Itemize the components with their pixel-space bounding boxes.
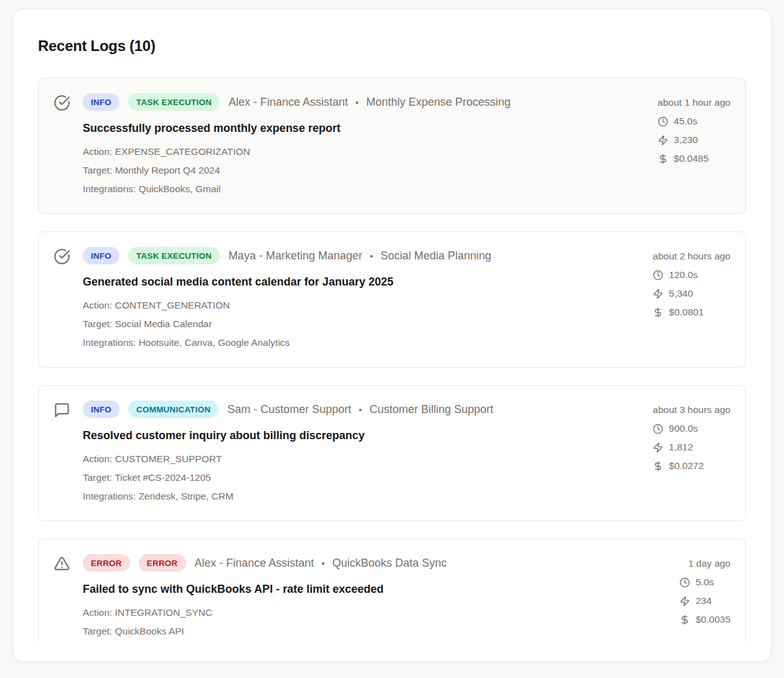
dollar-sign-icon: [653, 307, 663, 318]
clock-icon: [679, 577, 690, 588]
target-value: QuickBooks API: [115, 626, 184, 636]
tokens-stat: 5,340: [653, 284, 693, 303]
log-message: Failed to sync with QuickBooks API - rat…: [83, 582, 667, 597]
log-main: INFO TASK EXECUTION Alex - Finance Assis…: [83, 93, 645, 198]
timestamp: 1 day ago: [688, 554, 730, 573]
log-details: Action: CONTENT_GENERATION Target: Socia…: [83, 296, 640, 352]
integrations-row: Integrations: QuickBooks, Gmail: [83, 180, 645, 198]
recent-logs-panel: Recent Logs (10) INFO TASK EXECUTION Ale…: [12, 9, 772, 662]
type-badge: COMMUNICATION: [128, 401, 218, 418]
target-row: Target: QuickBooks API: [83, 622, 667, 641]
duration-stat: 120.0s: [653, 266, 698, 284]
action-row: Action: CONTENT_GENERATION: [83, 296, 640, 315]
log-header: INFO TASK EXECUTION Maya - Marketing Man…: [83, 247, 640, 264]
message-square-icon: [54, 402, 70, 419]
log-header: ERROR ERROR Alex - Finance Assistant • Q…: [83, 554, 667, 572]
bullet-separator: •: [370, 251, 373, 261]
dollar-sign-icon: [679, 615, 690, 625]
duration-stat: 5.0s: [679, 573, 714, 592]
task-name: QuickBooks Data Sync: [332, 557, 447, 570]
duration-stat: 45.0s: [658, 112, 698, 131]
zap-icon: [679, 596, 690, 606]
dollar-sign-icon: [653, 461, 663, 471]
log-header: INFO COMMUNICATION Sam - Customer Suppor…: [83, 401, 640, 418]
target-row: Target: Ticket #CS-2024-1205: [83, 468, 640, 487]
log-stats: about 2 hours ago 120.0s 5,340 $0.0801: [653, 247, 730, 352]
integrations-row: Integrations: Zendesk, Stripe, CRM: [83, 487, 640, 506]
agent-name: Alex - Finance Assistant: [228, 96, 348, 109]
bullet-separator: •: [355, 97, 358, 108]
level-badge: INFO: [83, 247, 119, 264]
target-value: Ticket #CS-2024-1205: [114, 472, 211, 483]
log-stats: about 1 hour ago 45.0s 3,230 $0.0485: [658, 93, 730, 198]
agent-name: Sam - Customer Support: [227, 403, 351, 416]
clock-icon: [653, 270, 663, 281]
cost-stat: $0.0485: [658, 149, 709, 168]
log-main: INFO COMMUNICATION Sam - Customer Suppor…: [83, 401, 640, 506]
tokens-stat: 3,230: [658, 131, 698, 149]
action-value: EXPENSE_CATEGORIZATION: [115, 146, 250, 157]
action-row: Action: INTEGRATION_SYNC: [83, 603, 667, 622]
log-details: Action: INTEGRATION_SYNC Target: QuickBo…: [83, 603, 667, 641]
action-row: Action: CUSTOMER_SUPPORT: [83, 450, 640, 468]
bullet-separator: •: [322, 558, 325, 569]
target-value: Monthly Report Q4 2024: [115, 165, 220, 175]
target-row: Target: Monthly Report Q4 2024: [83, 161, 645, 180]
log-header: INFO TASK EXECUTION Alex - Finance Assis…: [83, 93, 645, 111]
timestamp: about 3 hours ago: [653, 401, 730, 419]
action-value: CUSTOMER_SUPPORT: [115, 453, 222, 464]
cost-stat: $0.0801: [653, 303, 704, 322]
action-row: Action: EXPENSE_CATEGORIZATION: [83, 142, 645, 161]
page-title: Recent Logs (10): [38, 37, 746, 55]
log-message: Resolved customer inquiry about billing …: [83, 428, 640, 443]
type-badge: TASK EXECUTION: [128, 93, 220, 111]
check-circle-icon: [54, 95, 70, 111]
timestamp: about 1 hour ago: [658, 93, 730, 112]
clock-icon: [653, 424, 663, 434]
target-value: Social Media Calendar: [115, 318, 212, 329]
action-value: CONTENT_GENERATION: [115, 300, 230, 310]
zap-icon: [653, 289, 663, 299]
cost-stat: $0.0272: [653, 457, 704, 475]
target-row: Target: Social Media Calendar: [83, 315, 640, 333]
log-main: INFO TASK EXECUTION Maya - Marketing Man…: [83, 247, 640, 352]
timestamp: about 2 hours ago: [653, 247, 730, 266]
task-name: Social Media Planning: [380, 249, 491, 262]
log-stats: 1 day ago 5.0s 234 $0.0035: [679, 554, 730, 641]
level-badge: INFO: [83, 401, 119, 418]
log-details: Action: EXPENSE_CATEGORIZATION Target: M…: [83, 142, 645, 198]
action-value: INTEGRATION_SYNC: [115, 607, 212, 618]
zap-icon: [658, 135, 668, 146]
check-circle-icon: [54, 248, 70, 265]
cost-stat: $0.0035: [679, 610, 730, 629]
log-stats: about 3 hours ago 900.0s 1,812 $0.0272: [653, 401, 730, 506]
log-message: Generated social media content calendar …: [83, 274, 640, 290]
integrations-value: Zendesk, Stripe, CRM: [139, 491, 233, 501]
alert-triangle-icon: [54, 555, 70, 572]
tokens-stat: 1,812: [653, 438, 693, 457]
log-list: INFO TASK EXECUTION Alex - Finance Assis…: [38, 78, 746, 643]
log-message: Successfully processed monthly expense r…: [83, 121, 645, 136]
log-entry[interactable]: INFO TASK EXECUTION Maya - Marketing Man…: [38, 231, 746, 368]
log-entry[interactable]: INFO TASK EXECUTION Alex - Finance Assis…: [38, 78, 746, 214]
integrations-value: Hootsuite, Canva, Google Analytics: [139, 337, 290, 348]
dollar-sign-icon: [658, 154, 668, 164]
zap-icon: [653, 442, 663, 453]
agent-name: Alex - Finance Assistant: [195, 557, 314, 570]
integrations-value: QuickBooks, Gmail: [139, 183, 221, 194]
bullet-separator: •: [358, 404, 362, 415]
duration-stat: 900.0s: [653, 419, 698, 438]
task-name: Monthly Expense Processing: [366, 96, 510, 109]
log-entry[interactable]: INFO COMMUNICATION Sam - Customer Suppor…: [38, 385, 746, 521]
log-main: ERROR ERROR Alex - Finance Assistant • Q…: [83, 554, 667, 641]
clock-icon: [658, 116, 668, 127]
tokens-stat: 234: [679, 592, 712, 610]
log-entry[interactable]: ERROR ERROR Alex - Finance Assistant • Q…: [38, 539, 746, 643]
integrations-row: Integrations: Hootsuite, Canva, Google A…: [83, 333, 640, 352]
type-badge: TASK EXECUTION: [128, 247, 220, 264]
type-badge: ERROR: [139, 554, 186, 572]
level-badge: ERROR: [83, 554, 130, 572]
level-badge: INFO: [83, 93, 119, 111]
agent-name: Maya - Marketing Manager: [228, 249, 362, 262]
task-name: Customer Billing Support: [370, 403, 493, 416]
